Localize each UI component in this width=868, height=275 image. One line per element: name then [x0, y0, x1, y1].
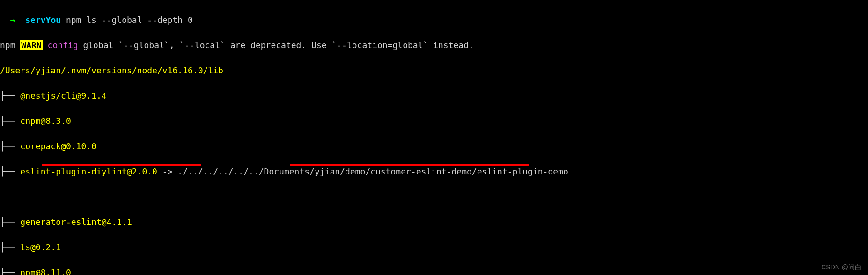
link-target-path: ./../../../../../Documents/yjian/demo/cu…: [177, 166, 568, 176]
package-line: ├── generator-eslint@4.1.1: [0, 203, 868, 228]
package: corepack@0.10.0: [20, 141, 96, 151]
package-line: ├── cnpm@8.3.0: [0, 102, 868, 127]
prompt-host: servYou: [25, 15, 61, 25]
config-label: config: [48, 40, 78, 50]
warn-badge: WARN: [20, 40, 42, 50]
package-line-linked: ├── eslint-plugin-diylint@2.0.0 -> ./../…: [0, 152, 868, 203]
package-line: ├── npm@8.11.0: [0, 253, 868, 275]
package: eslint-plugin-diylint@2.0.0: [20, 166, 157, 176]
command-text: npm ls --global --depth 0: [66, 15, 193, 25]
tree-branch-icon: ├──: [0, 141, 20, 151]
tree-branch-icon: ├──: [0, 91, 20, 101]
root-path: /Users/yjian/.nvm/versions/node/v16.16.0…: [0, 65, 223, 75]
package-line: ├── @nestjs/cli@9.1.4: [0, 77, 868, 102]
prompt-line[interactable]: → servYou npm ls --global --depth 0: [0, 1, 868, 26]
warn-line: npm WARN config global `--global`, `--lo…: [0, 26, 868, 51]
underline-annotation: [42, 164, 201, 166]
watermark: CSDN @问白: [821, 262, 861, 272]
tree-branch-icon: ├──: [0, 166, 20, 176]
npm-label: npm: [0, 40, 15, 50]
tree-branch-icon: ├──: [0, 116, 20, 126]
tree-branch-icon: ├──: [0, 242, 20, 252]
prompt-arrow-icon: →: [10, 15, 15, 25]
package: @nestjs/cli@9.1.4: [20, 91, 106, 101]
package-line: ├── corepack@0.10.0: [0, 127, 868, 152]
package: ls@0.2.1: [20, 242, 61, 252]
package: npm@8.11.0: [20, 268, 71, 275]
underline-annotation: [290, 164, 529, 166]
package-line: ├── ls@0.2.1: [0, 228, 868, 253]
tree-branch-icon: ├──: [0, 217, 20, 227]
link-arrow-icon: ->: [157, 166, 177, 176]
deprecation-message: global `--global`, `--local` are depreca…: [83, 40, 473, 50]
package: generator-eslint@4.1.1: [20, 217, 132, 227]
package: cnpm@8.3.0: [20, 116, 71, 126]
tree-branch-icon: ├──: [0, 268, 20, 275]
root-path-line: /Users/yjian/.nvm/versions/node/v16.16.0…: [0, 51, 868, 77]
